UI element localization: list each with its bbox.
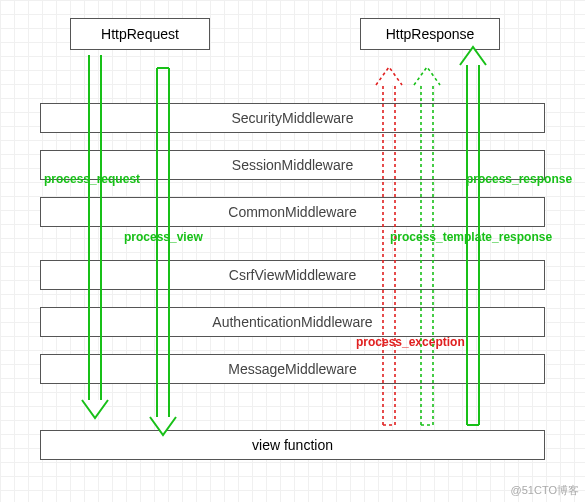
middleware-row: MessageMiddleware [40,354,545,384]
middleware-row: SecurityMiddleware [40,103,545,133]
flow-arrows [0,0,585,502]
view-function-box: view function [40,430,545,460]
middleware-label: SessionMiddleware [232,157,353,173]
view-function-label: view function [252,437,333,453]
middleware-row: AuthenticationMiddleware [40,307,545,337]
process-view-label: process_view [124,230,203,244]
middleware-label: MessageMiddleware [228,361,356,377]
http-request-label: HttpRequest [101,26,179,42]
middleware-row: CsrfViewMiddleware [40,260,545,290]
http-response-label: HttpResponse [386,26,475,42]
process-response-label: process_response [466,172,572,186]
middleware-row: CommonMiddleware [40,197,545,227]
process-request-label: process_request [44,172,140,186]
process-exception-label: process_exception [356,335,465,349]
watermark-text: @51CTO博客 [511,483,579,498]
middleware-label: CommonMiddleware [228,204,356,220]
process-template-response-label: process_template_response [390,230,552,244]
middleware-label: SecurityMiddleware [231,110,353,126]
http-request-box: HttpRequest [70,18,210,50]
http-response-box: HttpResponse [360,18,500,50]
middleware-label: CsrfViewMiddleware [229,267,356,283]
middleware-label: AuthenticationMiddleware [212,314,372,330]
